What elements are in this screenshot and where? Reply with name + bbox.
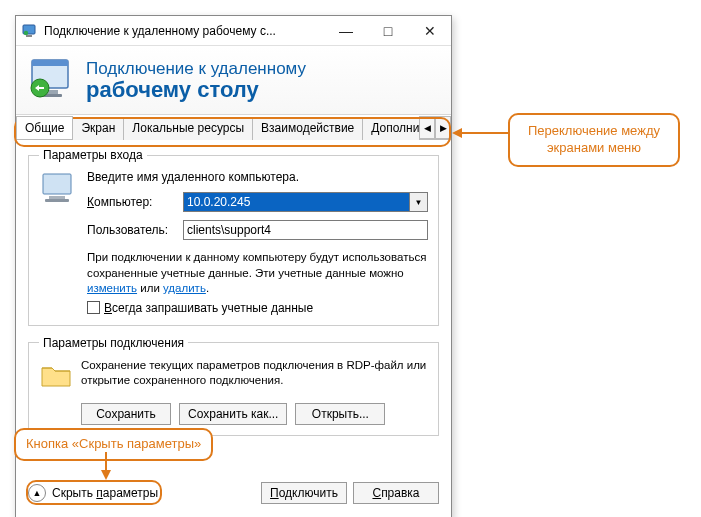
app-icon bbox=[22, 23, 38, 39]
tab-local-resources[interactable]: Локальные ресурсы bbox=[123, 117, 253, 140]
svg-rect-10 bbox=[45, 199, 69, 202]
tab-strip: Общие Экран Локальные ресурсы Взаимодейс… bbox=[16, 115, 451, 139]
help-button[interactable]: Справка bbox=[353, 482, 439, 504]
login-intro: Введите имя удаленного компьютера. bbox=[87, 170, 428, 184]
computer-label: Компьютер: bbox=[87, 195, 177, 209]
window-title: Подключение к удаленному рабочему с... bbox=[44, 24, 325, 38]
svg-marker-12 bbox=[452, 128, 462, 138]
connection-group: Параметры подключения Сохранение текущих… bbox=[28, 336, 439, 436]
always-ask-label: Всегда запрашивать учетные данные bbox=[104, 301, 313, 315]
tab-display[interactable]: Экран bbox=[72, 117, 124, 140]
tab-nav: ◀ ▶ bbox=[419, 116, 451, 139]
hide-options-link[interactable]: Скрыть параметры bbox=[52, 486, 158, 500]
svg-rect-8 bbox=[43, 174, 71, 194]
svg-point-2 bbox=[24, 30, 28, 34]
tab-scroll-left-button[interactable]: ◀ bbox=[419, 116, 435, 139]
login-group: Параметры входа Введите имя удаленного к… bbox=[28, 148, 439, 326]
chevron-down-icon[interactable]: ▼ bbox=[410, 192, 428, 212]
folder-icon bbox=[39, 358, 73, 395]
computer-icon bbox=[39, 170, 79, 315]
header-line1: Подключение к удаленному bbox=[86, 59, 306, 79]
connection-text: Сохранение текущих параметров подключени… bbox=[81, 358, 428, 395]
computer-input[interactable] bbox=[183, 192, 410, 212]
user-label: Пользователь: bbox=[87, 223, 177, 237]
header-text: Подключение к удаленному рабочему столу bbox=[86, 59, 306, 103]
always-ask-row[interactable]: Всегда запрашивать учетные данные bbox=[87, 301, 428, 315]
footer: ▲ Скрыть параметры Подключить Справка bbox=[16, 472, 451, 517]
tab-advanced[interactable]: Дополни bbox=[362, 117, 420, 140]
login-legend: Параметры входа bbox=[39, 148, 147, 162]
user-input[interactable] bbox=[183, 220, 428, 240]
svg-rect-1 bbox=[26, 35, 32, 37]
credentials-note: При подключении к данному компьютеру буд… bbox=[87, 250, 428, 297]
connection-legend: Параметры подключения bbox=[39, 336, 188, 350]
header: Подключение к удаленному рабочему столу bbox=[16, 46, 451, 115]
tab-body: Параметры входа Введите имя удаленного к… bbox=[16, 139, 451, 458]
rdp-hero-icon bbox=[28, 56, 76, 106]
connect-button[interactable]: Подключить bbox=[261, 482, 347, 504]
edit-credentials-link[interactable]: изменить bbox=[87, 282, 137, 294]
tab-general[interactable]: Общие bbox=[16, 116, 73, 139]
collapse-icon[interactable]: ▲ bbox=[28, 484, 46, 502]
header-line2: рабочему столу bbox=[86, 77, 306, 103]
minimize-button[interactable]: — bbox=[325, 16, 367, 46]
svg-rect-4 bbox=[32, 60, 68, 66]
tabs-callout: Переключение между экранами меню bbox=[508, 113, 680, 167]
delete-credentials-link[interactable]: удалить bbox=[163, 282, 206, 294]
hide-callout: Кнопка «Скрыть параметры» bbox=[14, 428, 213, 461]
maximize-button[interactable]: □ bbox=[367, 16, 409, 46]
save-button[interactable]: Сохранить bbox=[81, 403, 171, 425]
tab-scroll-right-button[interactable]: ▶ bbox=[435, 116, 451, 139]
titlebar: Подключение к удаленному рабочему с... —… bbox=[16, 16, 451, 46]
tab-experience[interactable]: Взаимодействие bbox=[252, 117, 363, 140]
close-button[interactable]: ✕ bbox=[409, 16, 451, 46]
computer-combo[interactable]: ▼ bbox=[183, 192, 428, 212]
tabs-arrow bbox=[452, 126, 508, 140]
svg-rect-9 bbox=[49, 196, 65, 199]
save-as-button[interactable]: Сохранить как... bbox=[179, 403, 287, 425]
open-button[interactable]: Открыть... bbox=[295, 403, 385, 425]
always-ask-checkbox[interactable] bbox=[87, 301, 100, 314]
